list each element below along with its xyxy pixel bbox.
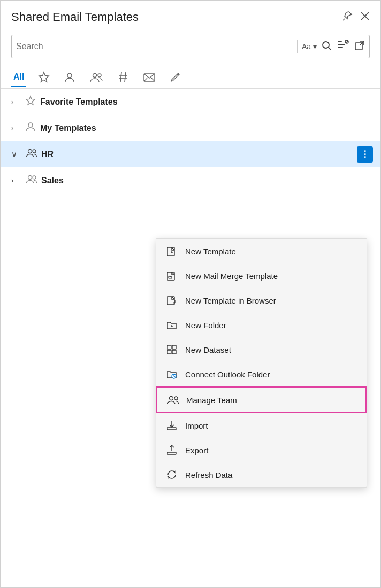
svg-line-4 [329, 47, 331, 50]
svg-rect-42 [167, 345, 171, 349]
manage-team-icon [167, 394, 179, 405]
svg-marker-22 [26, 96, 35, 105]
menu-item-export[interactable]: Export [156, 438, 367, 462]
svg-rect-43 [172, 345, 176, 349]
svg-rect-49 [167, 428, 176, 430]
menu-item-connect-outlook[interactable]: Connect Outlook Folder [156, 362, 367, 386]
svg-line-16 [125, 72, 126, 82]
refresh-data-label: Refresh Data [185, 470, 232, 479]
svg-line-21 [151, 78, 155, 81]
svg-line-15 [120, 72, 121, 82]
close-icon[interactable] [360, 11, 370, 24]
new-folder-icon [166, 320, 178, 330]
connect-outlook-label: Connect Outlook Folder [185, 370, 270, 379]
svg-line-20 [144, 78, 147, 81]
svg-point-27 [33, 176, 36, 179]
toolbar-right [337, 40, 365, 53]
svg-point-14 [98, 74, 101, 77]
header: Shared Email Templates [1, 1, 380, 29]
chevron-right-icon: › [11, 98, 20, 106]
svg-rect-7 [338, 47, 343, 48]
svg-point-26 [28, 176, 32, 180]
svg-line-0 [343, 19, 345, 20]
refresh-icon [166, 469, 178, 480]
person-icon [25, 121, 36, 135]
tab-favorites[interactable] [36, 66, 52, 88]
tree-item-hr[interactable]: ∨ HR ⋮ [1, 141, 380, 167]
team-icon [25, 148, 37, 161]
open-external-icon[interactable] [354, 40, 365, 53]
import-label: Import [185, 421, 208, 430]
tab-team[interactable] [87, 66, 105, 88]
svg-point-25 [33, 150, 36, 153]
star-icon [25, 95, 36, 109]
tree-section: › Favorite Templates › My Templates ∨ [1, 89, 380, 194]
menu-item-import[interactable]: Import [156, 413, 367, 438]
my-templates-label: My Templates [40, 123, 96, 133]
chevron-down-icon: ∨ [11, 150, 20, 159]
team-icon [25, 174, 37, 187]
menu-item-new-mail-merge[interactable]: New Mail Merge Template [156, 264, 367, 288]
tree-item-sales[interactable]: › Sales [1, 167, 380, 194]
import-icon [166, 420, 178, 431]
search-bar: Aa ▾ [11, 35, 370, 58]
search-input[interactable] [16, 42, 293, 51]
chevron-right-icon: › [11, 124, 20, 132]
svg-point-47 [170, 397, 173, 400]
manage-team-label: Manage Team [186, 396, 237, 405]
chevron-right-icon: › [11, 176, 20, 184]
svg-line-10 [360, 41, 364, 45]
search-button[interactable] [321, 40, 332, 53]
tab-mail[interactable] [141, 66, 158, 88]
new-mail-merge-icon [166, 270, 178, 281]
tree-item-my-templates[interactable]: › My Templates [1, 115, 380, 141]
new-dataset-label: New Dataset [185, 345, 231, 354]
svg-rect-51 [167, 452, 176, 454]
connect-outlook-icon [166, 369, 178, 380]
svg-point-24 [28, 150, 32, 153]
search-divider [297, 40, 298, 53]
panel-title: Shared Email Templates [11, 10, 139, 24]
svg-rect-5 [338, 41, 342, 42]
new-browser-icon [166, 295, 178, 306]
svg-point-13 [93, 74, 97, 78]
new-template-label: New Template [185, 247, 236, 256]
menu-item-refresh-data[interactable]: Refresh Data [156, 462, 367, 487]
tab-edit[interactable] [167, 66, 184, 88]
menu-item-manage-team[interactable]: Manage Team [156, 386, 367, 413]
sales-label: Sales [41, 176, 64, 185]
new-template-browser-label: New Template in Browser [185, 296, 276, 305]
new-template-icon [166, 246, 178, 257]
svg-point-12 [67, 73, 72, 78]
svg-point-3 [323, 42, 329, 48]
favorite-templates-label: Favorite Templates [40, 97, 118, 107]
hr-context-menu-button[interactable]: ⋮ [357, 146, 373, 163]
filter-list-icon[interactable] [337, 40, 349, 53]
svg-point-23 [28, 123, 33, 127]
new-mail-merge-label: New Mail Merge Template [185, 272, 278, 281]
new-dataset-icon [166, 344, 178, 355]
svg-rect-45 [172, 350, 176, 354]
pin-icon[interactable] [342, 11, 353, 24]
aa-label: Aa [302, 42, 311, 51]
new-folder-label: New Folder [185, 321, 226, 330]
header-icons [342, 11, 370, 24]
case-sensitivity-toggle[interactable]: Aa ▾ [302, 42, 317, 51]
svg-point-48 [174, 397, 178, 400]
export-label: Export [185, 446, 208, 455]
tab-personal[interactable] [62, 66, 78, 88]
tree-item-favorite-templates[interactable]: › Favorite Templates [1, 89, 380, 115]
hr-label: HR [41, 150, 54, 159]
tabs-row: All [1, 66, 380, 89]
tab-all[interactable]: All [11, 67, 26, 87]
menu-item-new-template-browser[interactable]: New Template in Browser [156, 288, 367, 313]
export-icon [166, 445, 178, 455]
svg-marker-11 [39, 72, 49, 82]
menu-item-new-folder[interactable]: New Folder [156, 313, 367, 337]
tab-all-label: All [13, 72, 24, 82]
tab-hashtag[interactable] [115, 66, 131, 88]
menu-item-new-dataset[interactable]: New Dataset [156, 337, 367, 362]
menu-item-new-template[interactable]: New Template [156, 239, 367, 264]
chevron-down-icon: ▾ [313, 42, 317, 51]
svg-rect-44 [167, 350, 171, 354]
